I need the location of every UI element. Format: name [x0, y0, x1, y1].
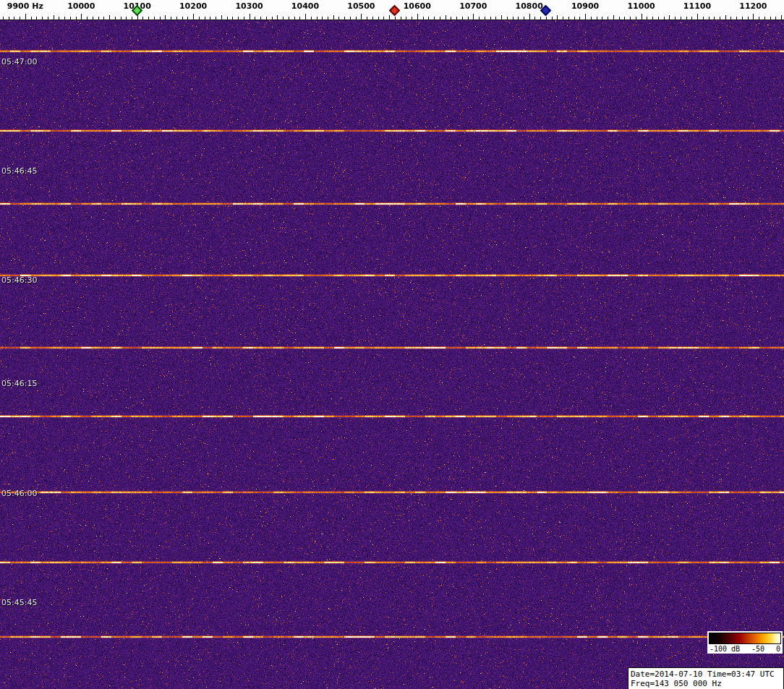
minor-tick	[367, 17, 367, 20]
minor-tick	[283, 17, 284, 20]
minor-tick	[597, 17, 597, 20]
time-axis-label: 05:46:30	[1, 275, 37, 285]
minor-tick	[524, 17, 524, 20]
minor-tick	[70, 17, 71, 20]
minor-tick	[266, 17, 267, 20]
minor-tick	[759, 17, 759, 20]
tick-label: 10700	[459, 1, 487, 11]
major-tick	[250, 14, 250, 20]
major-tick	[193, 14, 194, 20]
major-tick	[361, 14, 362, 20]
minor-tick	[456, 17, 457, 20]
minor-tick	[681, 17, 681, 20]
minor-tick	[389, 15, 390, 20]
tick-label: 10600	[404, 1, 431, 11]
tick-label: 10800	[516, 1, 543, 11]
minor-tick	[378, 17, 379, 20]
minor-tick	[658, 17, 659, 20]
minor-tick	[703, 17, 704, 20]
minor-tick	[277, 15, 278, 20]
colorbar-gradient	[709, 633, 781, 644]
minor-tick	[87, 17, 88, 20]
minor-tick	[534, 17, 535, 20]
major-tick	[697, 14, 698, 20]
time-axis-label: 05:45:45	[1, 598, 37, 607]
minor-tick	[608, 17, 608, 20]
info-frequency: Freq=143 050 000 Hz	[631, 679, 781, 688]
minor-tick	[103, 17, 104, 20]
minor-tick	[294, 17, 295, 20]
tick-label: 9900 Hz	[7, 1, 43, 11]
minor-tick	[148, 17, 149, 20]
major-tick	[753, 14, 754, 20]
major-tick	[25, 14, 26, 20]
minor-tick	[9, 17, 9, 20]
minor-tick	[31, 17, 32, 20]
minor-tick	[109, 15, 110, 20]
minor-tick	[350, 17, 351, 20]
minor-tick	[730, 17, 731, 20]
marker-red-diamond[interactable]	[389, 5, 401, 17]
minor-tick	[507, 17, 508, 20]
minor-tick	[630, 17, 631, 20]
minor-tick	[664, 17, 665, 20]
minor-tick	[36, 17, 37, 20]
minor-tick	[691, 17, 692, 20]
time-axis-label: 05:46:00	[1, 489, 37, 498]
minor-tick	[428, 17, 429, 20]
minor-tick	[401, 17, 401, 20]
minor-tick	[636, 17, 636, 20]
minor-tick	[714, 17, 715, 20]
major-tick	[642, 14, 642, 20]
minor-tick	[518, 17, 519, 20]
time-axis-label: 05:47:00	[1, 57, 37, 67]
minor-tick	[14, 17, 14, 20]
minor-tick	[182, 17, 183, 20]
minor-tick	[557, 15, 558, 20]
minor-tick	[485, 17, 485, 20]
minor-tick	[568, 17, 569, 20]
minor-tick	[462, 17, 463, 20]
minor-tick	[624, 17, 625, 20]
minor-tick	[356, 17, 357, 20]
time-axis-label: 05:46:45	[1, 166, 37, 176]
minor-tick	[98, 17, 99, 20]
minor-tick	[652, 17, 653, 20]
major-tick	[305, 14, 306, 20]
minor-tick	[602, 17, 602, 20]
spectrogram-app: 9900 Hz100001010010200103001040010500106…	[0, 0, 784, 689]
tick-label: 11000	[627, 1, 655, 11]
tick-label: 10900	[571, 1, 599, 11]
minor-tick	[187, 17, 188, 20]
colorbar-label-mid: -50	[751, 645, 764, 653]
minor-tick	[775, 17, 776, 20]
spectrogram-canvas[interactable]	[0, 20, 784, 689]
minor-tick	[720, 17, 720, 20]
major-tick	[529, 14, 530, 20]
minor-tick	[383, 17, 384, 20]
minor-tick	[317, 17, 318, 20]
minor-tick	[115, 17, 116, 20]
info-date-time: Date=2014-07-10 Time=03:47 UTC	[631, 669, 781, 679]
colorbar-labels: -100 dB -50 0	[709, 644, 781, 653]
minor-tick	[338, 17, 339, 20]
minor-tick	[406, 17, 406, 20]
minor-tick	[495, 17, 496, 20]
minor-tick	[126, 17, 127, 20]
minor-tick	[154, 17, 155, 20]
minor-tick	[216, 17, 216, 20]
frequency-ruler: 9900 Hz100001010010200103001040010500106…	[0, 0, 784, 20]
colorbar-label-min: -100 dB	[710, 645, 740, 653]
minor-tick	[546, 17, 547, 20]
minor-tick	[311, 17, 312, 20]
minor-tick	[20, 17, 20, 20]
minor-tick	[64, 17, 65, 20]
minor-tick	[48, 17, 48, 20]
minor-tick	[742, 17, 743, 20]
minor-tick	[540, 17, 541, 20]
minor-tick	[176, 17, 177, 20]
minor-tick	[93, 17, 93, 20]
minor-tick	[160, 17, 161, 20]
minor-tick	[764, 17, 765, 20]
minor-tick	[76, 17, 77, 20]
